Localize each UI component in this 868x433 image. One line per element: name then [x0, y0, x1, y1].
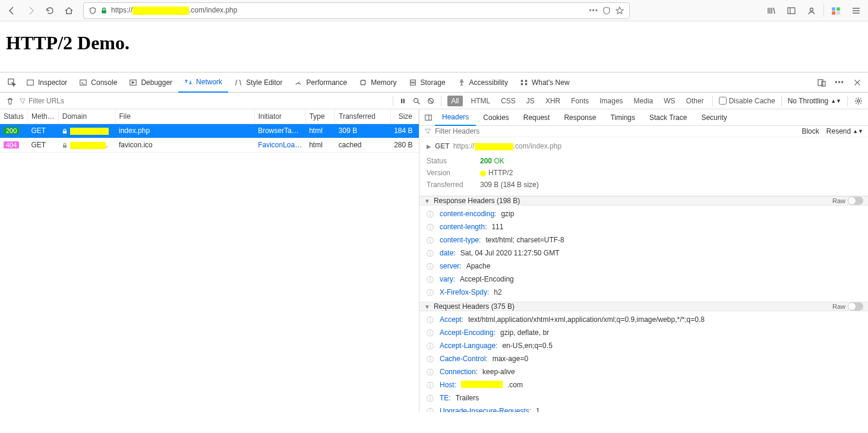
toggle-details-icon[interactable] [422, 111, 435, 124]
library-icon[interactable] [763, 2, 779, 19]
account-icon[interactable] [803, 2, 820, 19]
tab-debugger[interactable]: Debugger [123, 72, 178, 93]
help-icon[interactable]: ⓘ [427, 328, 435, 339]
forward-button[interactable] [23, 2, 39, 19]
dtab-timings[interactable]: Timings [603, 109, 642, 126]
tab-accessibility[interactable]: Accessibility [452, 72, 514, 93]
help-icon[interactable]: ⓘ [427, 249, 435, 259]
tab-styleeditor[interactable]: Style Editor [228, 72, 288, 93]
col-type[interactable]: Type [305, 109, 335, 124]
dtab-request[interactable]: Request [516, 109, 557, 126]
table-row[interactable]: 404GET.favicon.icoFaviconLoa…htmlcached2… [0, 138, 419, 152]
col-file[interactable]: File [115, 109, 254, 124]
chip-js[interactable]: JS [524, 96, 537, 106]
sidebar-icon[interactable] [783, 2, 800, 19]
home-button[interactable] [61, 2, 77, 19]
bookmark-star-icon[interactable] [615, 6, 624, 15]
help-icon[interactable]: ⓘ [427, 210, 435, 220]
svg-rect-21 [403, 99, 405, 103]
reload-button[interactable] [42, 2, 58, 19]
chip-other[interactable]: Other [684, 96, 706, 106]
tab-memory[interactable]: Memory [353, 72, 402, 93]
extensions-icon[interactable] [828, 2, 844, 19]
settings-gear-icon[interactable] [854, 96, 863, 106]
block-icon[interactable] [427, 97, 435, 105]
chip-all[interactable]: All [447, 96, 462, 106]
dtab-security[interactable]: Security [694, 109, 734, 126]
devtools-menu-icon[interactable]: ••• [832, 75, 847, 90]
response-headers-section[interactable]: ▼Response Headers (198 B) Raw [419, 196, 868, 206]
throttling-select[interactable]: No Throttling▲▼ [788, 97, 841, 105]
header-row: ⓘTE: Trailers [427, 392, 861, 405]
pick-element-button[interactable] [4, 72, 20, 93]
responsive-mode-icon[interactable] [815, 75, 829, 90]
col-domain[interactable]: Domain [58, 109, 115, 124]
url-bar[interactable]: https://.com/index.php ••• [83, 2, 630, 19]
help-icon[interactable]: ⓘ [427, 407, 435, 413]
tab-whatsnew[interactable]: What's New [514, 72, 576, 93]
filter-headers-input[interactable] [435, 127, 794, 135]
help-icon[interactable]: ⓘ [427, 262, 435, 272]
col-initiator[interactable]: Initiator [254, 109, 305, 124]
tab-performance[interactable]: Performance [288, 72, 353, 93]
clear-button[interactable] [4, 97, 17, 105]
dtab-response[interactable]: Response [557, 109, 603, 126]
chip-css[interactable]: CSS [498, 96, 518, 106]
help-icon[interactable]: ⓘ [427, 288, 435, 298]
devtools-close-icon[interactable] [850, 75, 864, 90]
dtab-headers[interactable]: Headers [435, 109, 476, 126]
dtab-cookies[interactable]: Cookies [476, 109, 516, 126]
tab-storage[interactable]: Storage [403, 72, 452, 93]
tab-network[interactable]: Network [178, 72, 228, 93]
svg-rect-5 [837, 11, 840, 15]
raw-toggle[interactable]: Raw [832, 197, 863, 205]
svg-rect-11 [410, 80, 415, 82]
back-button[interactable] [4, 2, 20, 19]
chip-html[interactable]: HTML [469, 96, 493, 106]
help-icon[interactable]: ⓘ [427, 394, 435, 404]
chip-fonts[interactable]: Fonts [569, 96, 591, 106]
table-row[interactable]: 200GETindex.phpBrowserTa…html309 B184 B [0, 124, 419, 138]
summary-url[interactable]: ▶ GET https://.com/index.php [427, 142, 861, 150]
page-actions-icon[interactable]: ••• [589, 7, 598, 15]
header-row: ⓘserver: Apache [427, 260, 861, 273]
chip-ws[interactable]: WS [661, 96, 677, 106]
help-icon[interactable]: ⓘ [427, 236, 435, 246]
svg-rect-12 [410, 83, 415, 85]
chip-media[interactable]: Media [632, 96, 656, 106]
help-icon[interactable]: ⓘ [427, 368, 435, 378]
request-headers-section[interactable]: ▼Request Headers (375 B) Raw [419, 302, 868, 311]
help-icon[interactable]: ⓘ [427, 381, 435, 391]
header-row: ⓘX-Firefox-Spdy: h2 [427, 286, 861, 299]
filter-icon [424, 128, 431, 135]
help-icon[interactable]: ⓘ [427, 342, 435, 352]
help-icon[interactable]: ⓘ [427, 355, 435, 365]
dtab-stacktrace[interactable]: Stack Trace [642, 109, 694, 126]
help-icon[interactable]: ⓘ [427, 315, 435, 325]
menu-icon[interactable] [848, 2, 864, 19]
resend-button[interactable]: Resend▲▼ [826, 127, 863, 135]
col-status[interactable]: Status [0, 109, 28, 124]
pause-icon[interactable] [399, 97, 406, 105]
search-icon[interactable] [412, 97, 421, 105]
header-row: ⓘdate: Sat, 04 Jul 2020 11:27:50 GMT [427, 247, 861, 260]
header-row: ⓘcontent-type: text/html; charset=UTF-8 [427, 234, 861, 247]
header-row: ⓘcontent-length: 111 [427, 221, 861, 234]
raw-toggle[interactable]: Raw [832, 302, 863, 311]
block-button[interactable]: Block [798, 126, 822, 137]
filter-input[interactable] [29, 97, 100, 105]
svg-rect-7 [27, 80, 34, 85]
col-transferred[interactable]: Transferred [335, 109, 390, 124]
svg-rect-15 [525, 80, 528, 82]
col-size[interactable]: Size [390, 109, 418, 124]
help-icon[interactable]: ⓘ [427, 223, 435, 233]
chip-images[interactable]: Images [597, 96, 625, 106]
tab-console[interactable]: Console [73, 72, 123, 93]
reader-mode-icon[interactable] [602, 6, 611, 15]
help-icon[interactable]: ⓘ [427, 275, 435, 285]
chip-xhr[interactable]: XHR [543, 96, 563, 106]
disable-cache-checkbox[interactable]: Disable Cache [719, 97, 775, 105]
tab-inspector[interactable]: Inspector [20, 72, 73, 93]
col-method[interactable]: Meth… [28, 109, 59, 124]
shield-icon [89, 7, 97, 15]
